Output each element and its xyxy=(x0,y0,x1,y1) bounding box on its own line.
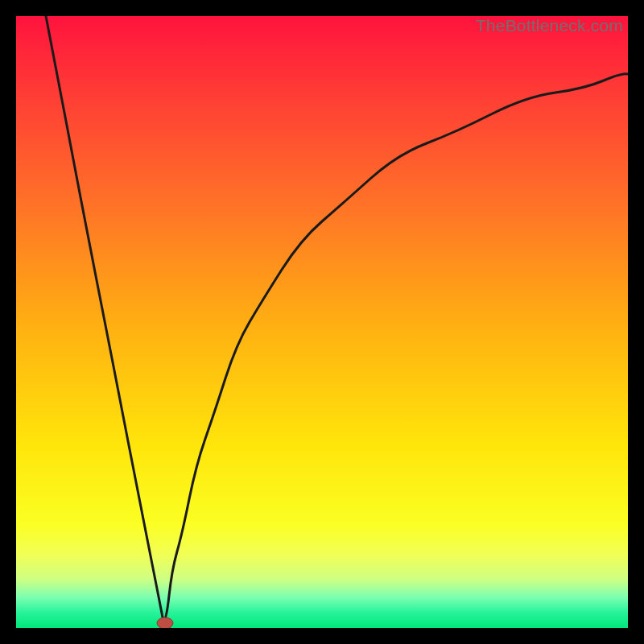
watermark-text: TheBottleneck.com xyxy=(476,16,623,35)
optimal-point-marker xyxy=(157,617,173,628)
gradient-background xyxy=(16,16,628,628)
bottleneck-chart xyxy=(16,16,628,628)
chart-frame: TheBottleneck.com xyxy=(16,16,628,628)
